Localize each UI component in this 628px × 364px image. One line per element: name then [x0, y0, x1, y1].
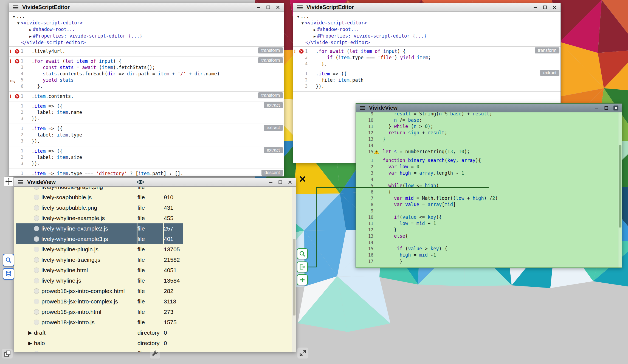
maximize-button[interactable] [277, 179, 284, 186]
titlebar[interactable]: VivideView [356, 104, 622, 112]
code-line[interactable]: 16 high = mid -1 [356, 252, 622, 258]
collapse-icon[interactable]: ▼ [302, 20, 304, 26]
file-row[interactable]: lively-whyline.jsfile13584 [14, 275, 296, 286]
scrollbar-thumb[interactable] [293, 239, 295, 315]
code-line[interactable]: 12 } [356, 227, 622, 233]
code-line[interactable]: 15 if (value > key) { [356, 246, 622, 252]
close-button[interactable] [551, 4, 558, 11]
code-line[interactable]: 15let s = numberToString(13, 10); [356, 149, 622, 155]
code-line[interactable]: 2 label: item.name [9, 109, 284, 116]
minimize-button[interactable] [255, 4, 262, 11]
search-icon[interactable] [297, 248, 308, 259]
collapse-icon[interactable]: ▼ [13, 14, 15, 20]
code-line[interactable]: 17 } [356, 258, 622, 265]
code-line[interactable]: 8 var value = array[mid] [356, 201, 622, 208]
move-icon[interactable] [4, 177, 14, 186]
file-row[interactable]: lively-whyline-tracing.jsfile21582 [14, 255, 296, 265]
code-line[interactable]: 6 }. [9, 83, 284, 90]
tree-node[interactable]: </vivide-script-editor> [9, 39, 284, 46]
eye-icon[interactable] [137, 179, 144, 185]
code-line[interactable]: 12 return sign + result; [356, 130, 622, 136]
expand-icon[interactable]: ▶ [314, 33, 316, 39]
tree-node[interactable]: ▶#Properties: vivide-script-editor {...} [9, 33, 284, 39]
code-line[interactable]: 4 }. [293, 61, 561, 67]
file-row[interactable]: lively-soapbubble.jsfile910 [14, 192, 296, 203]
expand-icon[interactable]: ▶ [29, 33, 32, 39]
code-line[interactable]: 10 if(value <= key){ [356, 214, 622, 220]
code-line[interactable]: 5 yield stats [9, 77, 284, 83]
maximize-button[interactable] [265, 4, 272, 11]
code-line[interactable]: 4 stats.contents.forEach(dir => dir.path… [9, 71, 284, 77]
menu-icon[interactable] [17, 179, 24, 186]
code-line[interactable]: 3}). [9, 116, 284, 122]
file-row[interactable]: ▶draftdirectory0 [14, 328, 296, 338]
code-line[interactable]: 9 result = String(n % base) + result; [356, 112, 622, 117]
tree-node[interactable]: ▼<vivide-script-editor> [293, 20, 561, 26]
close-button[interactable] [613, 105, 619, 111]
scrollbar[interactable] [618, 112, 622, 268]
code-line[interactable]: 13} [356, 136, 622, 142]
code-line[interactable]: 2 label: item.size [9, 154, 284, 161]
code-line[interactable]: 1function binary_search(key, array){ [356, 157, 622, 164]
plus-icon[interactable] [297, 274, 308, 285]
code-line[interactable]: 14 [356, 239, 622, 246]
file-row[interactable]: proweb18-jsx-intro-complex.jsfile3113 [14, 296, 296, 307]
minimize-button[interactable] [267, 179, 274, 186]
code-line[interactable]: 11 } while (n > 0); [356, 123, 622, 130]
tree-node[interactable]: ▶#Properties: vivide-script-editor {...} [293, 33, 561, 39]
expand-icon[interactable] [297, 348, 308, 359]
code-line[interactable]: 14 [356, 142, 622, 149]
code-line[interactable]: 4 [356, 176, 622, 183]
file-row[interactable]: proweb18-jsx-intro.htmlfile273 [14, 307, 296, 317]
wrench-icon[interactable] [150, 349, 160, 359]
code-line[interactable]: 2 var low = 0 [356, 164, 622, 170]
menu-icon[interactable] [12, 4, 19, 11]
minimize-button[interactable] [593, 105, 600, 111]
collapse-icon[interactable]: ▼ [297, 14, 299, 20]
tree-node[interactable]: ▶#shadow-root... [293, 26, 561, 33]
copy-icon[interactable] [2, 349, 13, 359]
code-line[interactable]: 3 const stats = await (item).fetchStats(… [9, 64, 284, 71]
code-line[interactable]: !1.for await (let item of input) { [9, 58, 284, 64]
tree-node[interactable]: ▼... [293, 13, 561, 20]
close-button[interactable] [275, 4, 281, 11]
file-row[interactable]: proweb18-jsx-intro-complex.htmlfile282 [14, 286, 296, 296]
code-line[interactable]: !1.for await (let item of input) { [293, 48, 561, 55]
database-icon[interactable] [3, 268, 14, 280]
code-line[interactable]: 9 [356, 208, 622, 214]
code-line[interactable]: !1.lively4url. [9, 48, 284, 55]
code-line[interactable]: 1.item => item.type === 'directory' ? [i… [9, 170, 284, 176]
close-x-icon[interactable] [298, 174, 307, 184]
file-row[interactable]: lively-module-graph.pngfile [14, 187, 296, 192]
code-line[interactable]: 3}). [293, 83, 561, 90]
code-line[interactable]: 3 var high = array.length - 1 [356, 170, 622, 176]
minimize-button[interactable] [532, 4, 539, 11]
titlebar[interactable]: VivideScriptEditor [9, 3, 284, 12]
titlebar[interactable]: VivideScriptEditor [293, 3, 561, 12]
tree-node[interactable]: ▼... [9, 13, 284, 20]
menu-icon[interactable] [359, 105, 366, 111]
export-icon[interactable] [297, 261, 308, 272]
code-line[interactable]: 1.item => ({ [9, 103, 284, 109]
file-row[interactable]: lively-whyline-plugin.jsfile13705 [14, 244, 296, 255]
expand-icon[interactable]: ▶ [314, 27, 316, 33]
scrollbar[interactable] [292, 187, 296, 352]
expand-icon[interactable]: ▶ [29, 27, 32, 33]
scrollbar-thumb[interactable] [619, 145, 621, 228]
code-line[interactable]: 1.item => ({ [293, 71, 561, 77]
code-line[interactable]: 10 n /= base; [356, 117, 622, 123]
code-line[interactable]: 3}). [9, 138, 284, 144]
code-line[interactable]: 7 var mid = Math.floor((low + high) /2) [356, 195, 622, 201]
expand-icon[interactable]: ▶ [28, 330, 32, 336]
code-line[interactable]: 1.item => ({ [9, 148, 284, 154]
file-row[interactable]: lively-whyline-example.jsfile455 [14, 213, 296, 223]
code-line[interactable]: 3}). [9, 161, 284, 167]
close-button[interactable] [287, 179, 293, 186]
tree-node[interactable]: ▼<vivide-script-editor> [9, 20, 284, 26]
code-line[interactable]: 1.item => ({ [9, 126, 284, 132]
maximize-button[interactable] [603, 105, 610, 111]
code-line[interactable]: 6 { [356, 189, 622, 195]
code-line[interactable]: 11 low = mid + 1 [356, 220, 622, 227]
search-icon[interactable] [3, 254, 14, 266]
tree-node[interactable]: ▶#shadow-root... [9, 26, 284, 33]
